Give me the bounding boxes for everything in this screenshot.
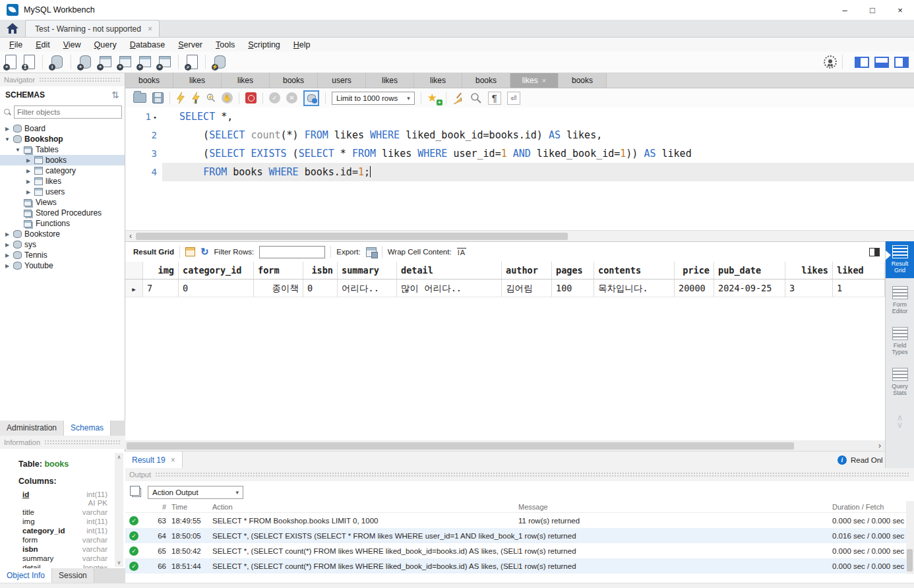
home-button[interactable] [0,19,25,37]
tree-table-books[interactable]: ▶books [0,155,125,165]
rail-scroll-chevrons[interactable]: ∧ ∨ [897,414,903,428]
result-tab-close-icon[interactable]: × [171,456,175,465]
expand-icon[interactable]: ▶ [25,168,32,174]
query-tab-active[interactable]: likes × [510,73,559,88]
create-procedure-icon[interactable]: + [137,54,152,70]
result-grid-view-button[interactable]: Result Grid [886,241,914,278]
find-icon[interactable] [470,92,482,104]
output-v-scrollbar[interactable] [906,501,914,574]
field-types-view-button[interactable]: Field Types [886,323,914,360]
schema-bookshop[interactable]: ▼Bookshop [0,134,125,144]
menu-scripting[interactable]: Scripting [241,40,287,49]
editor-h-scrollbar[interactable]: ‹ [125,230,914,241]
output-row[interactable]: ✓ 64 18:50:05 SELECT *, (SELECT EXISTS (… [125,528,906,543]
column-header-author[interactable]: author [502,262,552,279]
toggle-autocommit-icon[interactable] [303,90,319,106]
inspector-icon[interactable]: i [49,54,64,70]
schema-sys[interactable]: ▶sys [0,239,125,250]
cell-contents[interactable]: 목차입니다. [594,279,675,297]
code-line-2[interactable]: 2 (SELECT count(*) FROM likes WHERE like… [125,126,914,144]
new-sql-tab-icon[interactable]: + [4,54,17,70]
row-limit-select[interactable]: Limit to 1000 rows ▾ [332,92,415,105]
column-header-likes[interactable]: likes [785,262,833,279]
query-tab[interactable]: likes [366,73,414,88]
maximize-panel-icon[interactable] [869,248,880,256]
create-view-icon[interactable]: + [117,54,132,70]
scrollbar-thumb[interactable] [136,233,568,240]
code-line-4-current[interactable]: 4 FROM books WHERE books.id=1; [125,163,914,181]
reconnect-dbms-icon[interactable]: ⚡ [212,54,227,70]
tree-functions-folder[interactable]: Functions [0,218,125,229]
menu-server[interactable]: Server [171,40,209,49]
query-tab[interactable]: likes [222,73,270,88]
menu-view[interactable]: View [57,40,88,49]
search-table-data-icon[interactable]: ⌕ [185,54,198,70]
schema-youtube[interactable]: ▶Youtube [0,260,125,271]
output-row[interactable]: ✓ 63 18:49:55 SELECT * FROM Bookshop.boo… [125,513,906,528]
toggle-invisible-characters-icon[interactable]: ¶ [488,92,501,105]
expand-icon[interactable]: ▶ [25,189,32,195]
copy-output-icon[interactable] [132,488,141,497]
expand-icon[interactable]: ▶ [4,231,11,237]
tree-table-category[interactable]: ▶category [0,165,125,176]
execute-current-statement-icon[interactable] [191,92,200,104]
column-header-pages[interactable]: pages [552,262,594,279]
form-editor-view-button[interactable]: Form Editor [886,282,914,319]
scrollbar-thumb[interactable] [127,442,794,450]
cell-category-id[interactable]: 0 [179,279,254,297]
open-file-icon[interactable] [133,93,146,103]
refresh-schemas-icon[interactable]: ⇅ [111,90,119,100]
toggle-word-wrap-icon[interactable]: ⏎ [507,92,520,105]
expand-icon[interactable]: ▶ [4,126,11,132]
collapse-icon[interactable]: ▼ [15,147,21,153]
menu-file[interactable]: File [3,40,29,49]
maximize-button[interactable]: □ [859,0,886,20]
scroll-up-icon[interactable]: ∧ [117,454,121,460]
export-icon[interactable] [366,247,377,257]
column-header-liked[interactable]: liked [833,262,885,279]
tree-stored-procedures-folder[interactable]: Stored Procedures [0,208,125,218]
cell-pub-date[interactable]: 2024-09-25 [714,279,785,297]
collapse-icon[interactable]: ▼ [4,136,11,142]
create-schema-icon[interactable]: + [78,54,92,70]
filter-objects-input[interactable] [14,105,122,119]
code-line-1[interactable]: 1• SELECT *, [125,107,914,126]
result-19-tab[interactable]: Result 19 × [125,452,183,468]
cell-img[interactable]: 7 [143,279,179,297]
rollback-icon[interactable]: ✕ [286,92,297,103]
cell-likes[interactable]: 3 [785,279,833,297]
row-selector[interactable]: ▶ [125,279,143,297]
menu-database[interactable]: Database [123,40,172,49]
cell-author[interactable]: 김어림 [502,279,552,297]
schema-board[interactable]: ▶Board [0,123,125,134]
commit-icon[interactable]: ✓ [269,92,280,103]
connection-tab[interactable]: Test - Warning - not supported × [25,20,160,37]
tab-session[interactable]: Session [52,568,94,583]
tree-views-folder[interactable]: Views [0,197,125,208]
refresh-grid-icon[interactable]: ↻ [200,246,209,258]
chevron-down-icon[interactable]: ∨ [897,421,903,428]
menu-help[interactable]: Help [287,40,317,49]
query-tab[interactable]: books [125,73,173,88]
output-row[interactable]: ✓ 66 18:51:44 SELECT *, (SELECT count(*)… [125,558,906,573]
cell-price[interactable]: 20000 [675,279,714,297]
output-type-select[interactable]: Action Output ▾ [148,486,243,499]
column-header-category-id[interactable]: category_id [179,262,254,279]
expand-icon[interactable]: ▶ [4,252,11,258]
toggle-right-sidebar-icon[interactable] [894,57,909,68]
toggle-left-sidebar-icon[interactable] [855,57,869,68]
query-tab[interactable]: books [462,73,510,88]
explain-plan-icon[interactable] [206,92,216,104]
query-tab[interactable]: books [559,73,607,88]
menu-edit[interactable]: Edit [29,40,57,49]
cell-detail[interactable]: 많이 어리다.. [397,279,502,297]
query-tab-close-icon[interactable]: × [542,73,546,88]
scroll-down-icon[interactable]: ∨ [117,560,121,566]
scrollbar-thumb[interactable] [907,549,913,572]
column-header-pub-date[interactable]: pub_date [714,262,785,279]
cell-pages[interactable]: 100 [552,279,594,297]
column-header-isbn[interactable]: isbn [303,262,338,279]
column-header-detail[interactable]: detail [397,262,502,279]
column-header-img[interactable]: img [143,262,179,279]
tab-schemas[interactable]: Schemas [64,421,111,436]
